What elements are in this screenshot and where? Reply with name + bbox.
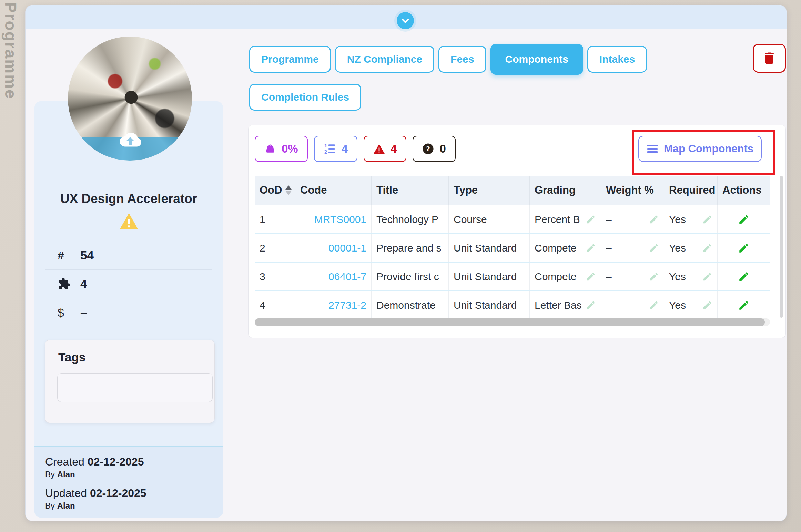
- programme-detail-card: Programme NZ Compliance Fees Components …: [25, 5, 787, 521]
- header-title: Title: [372, 176, 449, 205]
- component-code-link[interactable]: 06401-7: [295, 263, 372, 290]
- programme-avatar-image[interactable]: [68, 37, 192, 161]
- edit-grading-icon[interactable]: [586, 300, 596, 310]
- programme-stats: # 54 4 $ –: [45, 241, 212, 327]
- stat-number-row: # 54: [45, 241, 212, 270]
- cell-weight: –: [601, 291, 664, 319]
- warning-triangle-icon: [34, 212, 223, 230]
- edit-grading-icon[interactable]: [586, 214, 596, 225]
- cell-required: Yes: [664, 291, 718, 319]
- edit-required-icon[interactable]: [702, 243, 712, 253]
- tab-nz-compliance[interactable]: NZ Compliance: [335, 46, 434, 73]
- tab-components[interactable]: Components: [490, 44, 583, 75]
- component-count-value: 4: [342, 142, 348, 155]
- cell-ood: 1: [255, 205, 295, 233]
- table-vertical-scrollbar[interactable]: [780, 176, 783, 318]
- programme-title: UX Design Accelerator: [34, 192, 223, 206]
- cell-grading: Compete: [530, 263, 601, 290]
- cell-title: Prepare and s: [372, 234, 449, 262]
- edit-weight-icon[interactable]: [649, 300, 659, 310]
- sort-icon[interactable]: [285, 185, 292, 195]
- collapse-panel-button[interactable]: [397, 12, 414, 29]
- tags-heading: Tags: [58, 350, 85, 364]
- header-type: Type: [449, 176, 530, 205]
- stat-components-row: 4: [45, 270, 212, 298]
- edit-grading-icon[interactable]: [586, 272, 596, 282]
- edit-required-icon[interactable]: [702, 272, 712, 282]
- components-panel: 0% 12 4 4 ? 0: [248, 125, 786, 338]
- edit-weight-icon[interactable]: [649, 214, 659, 225]
- component-code-link[interactable]: MRTS0001: [295, 205, 372, 233]
- cell-ood: 4: [255, 291, 295, 319]
- created-by: Alan: [57, 470, 75, 479]
- summary-badges: 0% 12 4 4 ? 0: [255, 136, 456, 162]
- header-ood[interactable]: OoD: [255, 176, 295, 205]
- audit-footer: Created 02-12-2025 By Alan Updated 02-12…: [34, 446, 223, 518]
- edit-required-icon[interactable]: [702, 300, 712, 310]
- edit-required-icon[interactable]: [702, 214, 712, 225]
- map-components-label: Map Components: [664, 143, 753, 155]
- cell-grading: Percent B: [530, 205, 601, 233]
- tab-programme[interactable]: Programme: [249, 46, 331, 73]
- unknown-count-badge[interactable]: ? 0: [413, 136, 455, 162]
- stat-number-value: 54: [80, 248, 94, 262]
- cell-title: Demonstrate: [372, 291, 449, 319]
- cloud-upload-icon: [117, 130, 143, 150]
- cell-required: Yes: [664, 263, 718, 290]
- component-code-link[interactable]: 00001-1: [295, 234, 372, 262]
- table-header-row: OoD Code Title Type Grading Weight % Req…: [255, 176, 770, 205]
- cell-ood: 2: [255, 234, 295, 262]
- cell-title: Provide first c: [372, 263, 449, 290]
- created-by-line: By Alan: [45, 470, 223, 479]
- table-horizontal-scrollbar[interactable]: [255, 318, 770, 326]
- warning-small-icon: [373, 143, 385, 154]
- tab-bar: Programme NZ Compliance Fees Components …: [249, 44, 739, 111]
- warning-count-badge[interactable]: 4: [364, 136, 406, 162]
- table-row: 1 MRTS0001 Technology P Course Percent B…: [255, 205, 770, 233]
- delete-programme-button[interactable]: [753, 44, 786, 73]
- stat-price-row: $ –: [45, 298, 212, 327]
- scrollbar-thumb[interactable]: [255, 318, 765, 326]
- tab-completion-rules[interactable]: Completion Rules: [249, 84, 361, 111]
- list-lines-icon: [647, 144, 658, 154]
- cell-type: Unit Standard: [449, 291, 530, 319]
- cell-required: Yes: [664, 205, 718, 233]
- warning-count-value: 4: [391, 142, 397, 155]
- cell-weight: –: [601, 234, 664, 262]
- edit-grading-icon[interactable]: [586, 243, 596, 253]
- svg-text:2: 2: [324, 149, 327, 155]
- components-table: OoD Code Title Type Grading Weight % Req…: [255, 176, 770, 319]
- edit-weight-icon[interactable]: [649, 272, 659, 282]
- edit-component-icon[interactable]: [738, 299, 750, 311]
- header-actions: Actions: [718, 176, 770, 205]
- header-required: Required: [664, 176, 718, 205]
- svg-text:1: 1: [324, 143, 327, 149]
- component-code-link[interactable]: 27731-2: [295, 291, 372, 319]
- tags-input[interactable]: [57, 373, 213, 402]
- cell-title: Technology P: [372, 205, 449, 233]
- edit-component-icon[interactable]: [738, 271, 750, 283]
- weight-percent-badge[interactable]: 0%: [255, 136, 308, 162]
- edit-weight-icon[interactable]: [649, 243, 659, 253]
- tab-fees[interactable]: Fees: [438, 46, 486, 73]
- header-code: Code: [295, 176, 372, 205]
- cell-type: Course: [449, 205, 530, 233]
- cell-grading: Compete: [530, 234, 601, 262]
- stat-components-value: 4: [80, 277, 87, 291]
- programme-vertical-label: Programme: [1, 2, 20, 100]
- created-date: 02-12-2025: [88, 456, 144, 468]
- question-circle-icon: ?: [422, 143, 434, 155]
- map-components-button[interactable]: Map Components: [638, 136, 762, 162]
- cell-grading: Letter Bas: [530, 291, 601, 319]
- cell-type: Unit Standard: [449, 263, 530, 290]
- programme-summary-sidebar: UX Design Accelerator # 54 4 $ – Tags: [34, 101, 223, 518]
- component-count-badge[interactable]: 12 4: [314, 136, 357, 162]
- cell-ood: 3: [255, 263, 295, 290]
- hash-icon: #: [58, 249, 75, 262]
- header-grading: Grading: [530, 176, 601, 205]
- edit-component-icon[interactable]: [738, 214, 750, 225]
- edit-component-icon[interactable]: [738, 242, 750, 254]
- weight-icon: [264, 143, 276, 155]
- tab-intakes[interactable]: Intakes: [587, 46, 647, 73]
- updated-line: Updated 02-12-2025: [45, 487, 223, 500]
